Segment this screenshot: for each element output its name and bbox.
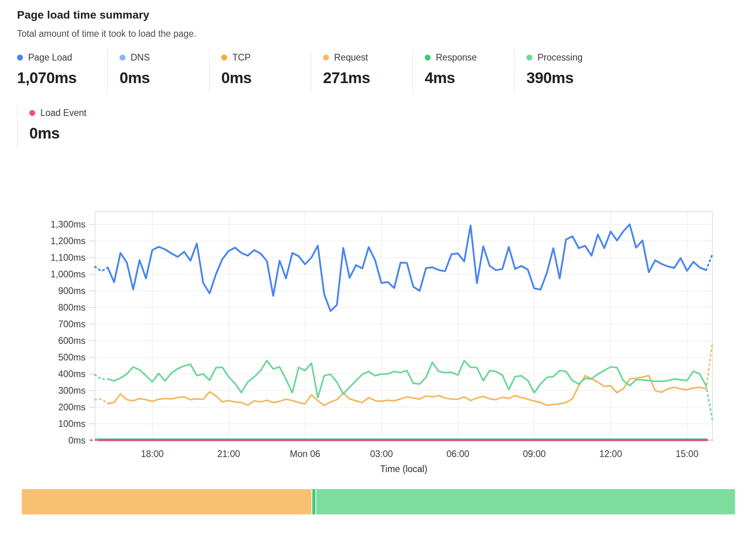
svg-text:700ms: 700ms <box>58 319 85 329</box>
svg-text:800ms: 800ms <box>58 302 85 313</box>
svg-text:400ms: 400ms <box>58 369 85 379</box>
svg-text:0ms: 0ms <box>68 435 85 446</box>
svg-text:600ms: 600ms <box>58 336 85 346</box>
svg-text:18:00: 18:00 <box>141 449 164 459</box>
svg-text:21:00: 21:00 <box>217 449 240 459</box>
svg-text:09:00: 09:00 <box>523 449 546 459</box>
breakdown-segment-processing[interactable] <box>316 489 735 514</box>
svg-text:1,200ms: 1,200ms <box>51 236 85 246</box>
svg-text:300ms: 300ms <box>58 385 85 396</box>
page-load-time-chart[interactable]: 0ms100ms200ms300ms400ms500ms600ms700ms80… <box>0 0 756 485</box>
svg-text:Time (local): Time (local) <box>380 464 427 474</box>
breakdown-segment-request[interactable] <box>22 489 312 514</box>
svg-text:900ms: 900ms <box>58 286 85 296</box>
svg-text:200ms: 200ms <box>58 402 85 412</box>
svg-text:Mon 06: Mon 06 <box>290 449 320 459</box>
svg-text:1,300ms: 1,300ms <box>51 219 85 230</box>
svg-text:06:00: 06:00 <box>446 449 469 459</box>
svg-text:1,000ms: 1,000ms <box>51 269 85 279</box>
svg-text:1,100ms: 1,100ms <box>51 252 85 263</box>
svg-text:500ms: 500ms <box>58 352 85 362</box>
page-load-summary-panel: Page load time summary Total amount of t… <box>0 0 756 535</box>
svg-text:12:00: 12:00 <box>599 449 622 459</box>
svg-text:100ms: 100ms <box>58 419 85 429</box>
svg-text:15:00: 15:00 <box>676 449 699 459</box>
timing-breakdown-bar <box>22 489 735 514</box>
breakdown-segment-response[interactable] <box>312 489 315 514</box>
svg-text:03:00: 03:00 <box>370 449 393 459</box>
